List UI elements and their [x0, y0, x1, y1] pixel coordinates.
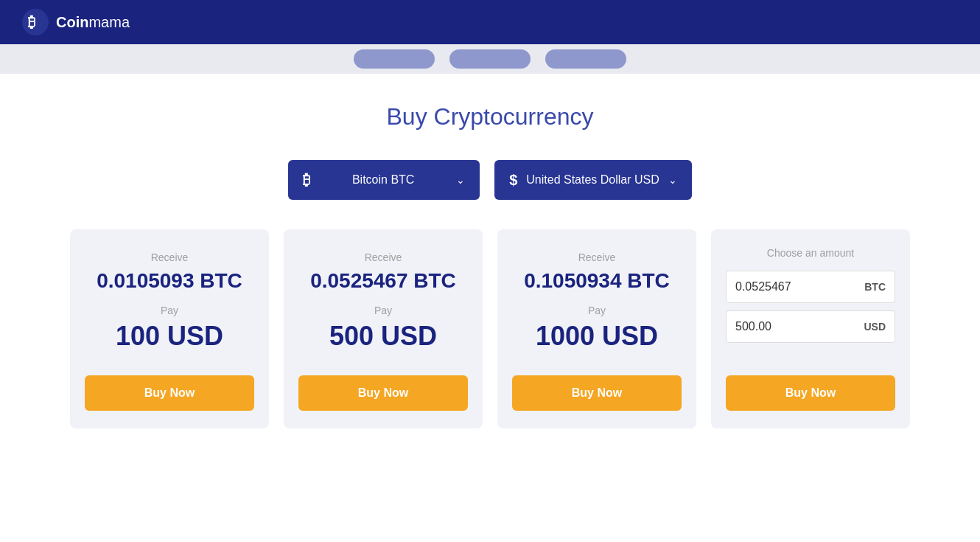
choose-amount-label: Choose an amount — [767, 247, 854, 259]
buy-now-button-3[interactable]: Buy Now — [512, 375, 682, 411]
nav-pill-2 — [449, 49, 531, 69]
buy-card-3: Receive 0.1050934 BTC Pay 1000 USD Buy N… — [497, 229, 696, 428]
currency-dropdown[interactable]: $ United States Dollar USD ⌄ — [494, 160, 692, 200]
btc-input-row[interactable]: BTC — [726, 271, 895, 303]
dropdowns-row: ₿ Bitcoin BTC ⌄ $ United States Dollar U… — [288, 160, 692, 200]
pay-label-2: Pay — [374, 305, 392, 316]
btc-input[interactable] — [735, 280, 858, 293]
crypto-dropdown-label: Bitcoin BTC — [319, 173, 447, 187]
usd-input[interactable] — [735, 320, 858, 333]
logo-icon: ₿ — [22, 9, 49, 35]
custom-amount-card: Choose an amount BTC USD Buy Now — [711, 229, 910, 428]
svg-text:₿: ₿ — [28, 14, 35, 30]
buy-card-2: Receive 0.0525467 BTC Pay 500 USD Buy No… — [284, 229, 483, 428]
logo: ₿ Coinmama — [22, 9, 130, 35]
receive-label-3: Receive — [578, 251, 616, 263]
svg-point-0 — [22, 9, 49, 35]
buy-card-1: Receive 0.0105093 BTC Pay 100 USD Buy No… — [70, 229, 269, 428]
cards-row: Receive 0.0105093 BTC Pay 100 USD Buy No… — [48, 229, 932, 428]
receive-label-1: Receive — [151, 251, 189, 263]
nav-pill-1 — [354, 49, 435, 69]
receive-label-2: Receive — [365, 251, 402, 263]
receive-amount-3: 0.1050934 BTC — [524, 269, 670, 293]
buy-now-button-2[interactable]: Buy Now — [298, 375, 468, 411]
crypto-chevron-icon: ⌄ — [456, 174, 465, 186]
receive-amount-2: 0.0525467 BTC — [310, 269, 456, 293]
pay-amount-2: 500 USD — [329, 321, 437, 352]
nav-pill-3 — [545, 49, 626, 69]
pay-amount-3: 1000 USD — [536, 321, 658, 352]
btc-unit: BTC — [864, 281, 886, 293]
currency-dropdown-label: United States Dollar USD — [526, 173, 659, 187]
main-content: Buy Cryptocurrency ₿ Bitcoin BTC ⌄ $ Uni… — [0, 74, 980, 458]
crypto-dropdown[interactable]: ₿ Bitcoin BTC ⌄ — [288, 160, 480, 200]
receive-amount-1: 0.0105093 BTC — [97, 269, 242, 293]
header: ₿ Coinmama — [0, 0, 980, 44]
logo-text: Coinmama — [56, 14, 130, 31]
pay-amount-1: 100 USD — [116, 321, 223, 352]
nav-bar — [0, 44, 980, 74]
usd-input-row[interactable]: USD — [726, 310, 895, 343]
page-title: Buy Cryptocurrency — [387, 103, 594, 131]
currency-chevron-icon: ⌄ — [668, 174, 677, 186]
buy-now-button-1[interactable]: Buy Now — [85, 375, 254, 411]
usd-unit: USD — [864, 321, 886, 333]
dollar-icon: $ — [509, 172, 517, 189]
bitcoin-icon: ₿ — [303, 172, 310, 189]
buy-now-button-custom[interactable]: Buy Now — [726, 375, 895, 411]
pay-label-1: Pay — [161, 305, 178, 316]
pay-label-3: Pay — [588, 305, 606, 316]
